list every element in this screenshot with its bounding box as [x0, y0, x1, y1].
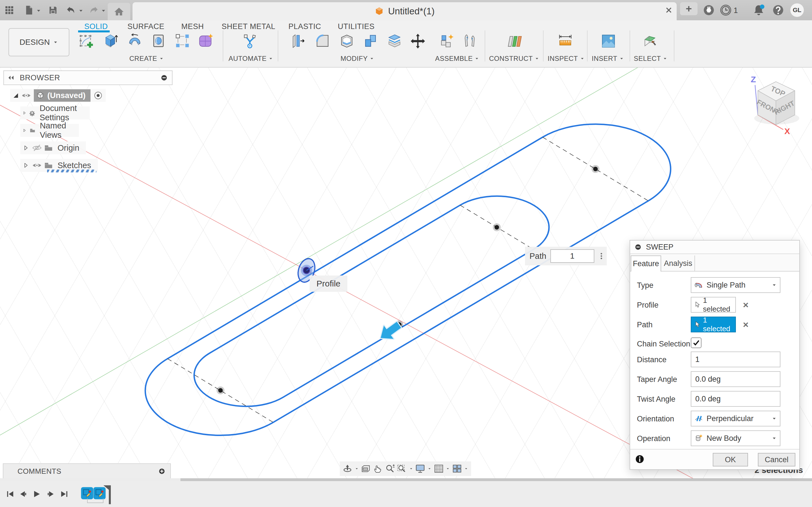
press-pull-icon[interactable] — [290, 33, 307, 50]
create-form-icon[interactable] — [198, 33, 215, 50]
insert-image-icon[interactable] — [600, 33, 617, 50]
profile-clear-button[interactable]: × — [740, 297, 751, 313]
dialog-minimize-icon[interactable] — [634, 243, 642, 251]
grid-settings-icon[interactable] — [434, 463, 444, 474]
cancel-button[interactable]: Cancel — [758, 453, 795, 466]
tab-utilities[interactable]: UTILITIES — [338, 21, 375, 32]
combine-icon[interactable] — [362, 33, 379, 50]
tab-feature[interactable]: Feature — [631, 256, 661, 272]
redo-icon[interactable] — [89, 5, 99, 16]
twist-angle-input[interactable] — [691, 391, 780, 407]
ok-button[interactable]: OK — [713, 453, 748, 466]
viewports-icon[interactable] — [452, 463, 462, 474]
extensions-icon[interactable] — [703, 4, 715, 16]
tab-analysis[interactable]: Analysis — [662, 256, 695, 272]
caret-down-icon[interactable] — [464, 466, 468, 471]
comments-bar[interactable]: COMMENTS — [3, 463, 171, 479]
browser-header[interactable]: BROWSER — [3, 70, 172, 85]
new-document-tab-button[interactable] — [680, 2, 698, 15]
visibility-eye-icon[interactable] — [21, 91, 31, 100]
window-zoom-icon[interactable] — [397, 463, 407, 474]
visibility-eye-icon[interactable] — [32, 161, 42, 170]
hole-icon[interactable] — [151, 33, 167, 50]
automate-icon[interactable] — [242, 33, 259, 50]
data-panel-home-button[interactable] — [108, 3, 130, 20]
tab-mesh[interactable]: MESH — [181, 21, 204, 32]
group-modify[interactable]: MODIFY — [341, 55, 374, 62]
timeline-marker[interactable] — [101, 484, 113, 504]
select-tool-icon[interactable] — [642, 33, 659, 50]
create-sketch-icon[interactable] — [79, 33, 95, 50]
caret-right-icon[interactable] — [22, 127, 27, 134]
shell-icon[interactable] — [338, 33, 355, 50]
tab-surface[interactable]: SURFACE — [128, 21, 164, 32]
caret-down-icon[interactable] — [446, 466, 450, 471]
fillet-icon[interactable] — [314, 33, 331, 50]
notifications-bell-icon[interactable] — [752, 4, 765, 17]
operation-dropdown[interactable]: New Body — [691, 431, 780, 446]
visibility-off-eye-icon[interactable] — [32, 143, 42, 153]
offset-face-icon[interactable] — [386, 33, 403, 50]
type-dropdown[interactable]: Single Path — [691, 277, 780, 293]
profile-select-button[interactable]: 1 selected — [691, 297, 736, 313]
file-caret-icon[interactable] — [36, 8, 42, 14]
timeline-skip-end-icon[interactable] — [60, 490, 69, 499]
group-select[interactable]: SELECT — [634, 55, 668, 62]
pattern-icon[interactable] — [174, 33, 191, 50]
document-tab[interactable]: Untitled*(1) — [133, 2, 677, 20]
root-component-chip[interactable]: (Unsaved) — [34, 89, 91, 102]
zoom-icon[interactable] — [385, 463, 395, 474]
chain-selection-checkbox[interactable] — [691, 337, 702, 348]
measure-icon[interactable] — [557, 33, 574, 50]
orbit-icon[interactable] — [343, 463, 352, 474]
redo-caret-icon[interactable] — [100, 8, 107, 14]
browser-row-origin[interactable]: Origin — [20, 142, 86, 154]
timeline-scrollbar[interactable] — [0, 478, 812, 481]
browser-row-named-views[interactable]: Named Views — [20, 124, 79, 137]
tab-plastic[interactable]: PLASTIC — [289, 21, 321, 32]
caret-down-icon[interactable] — [355, 466, 359, 471]
group-inspect[interactable]: INSPECT — [548, 55, 585, 62]
avatar[interactable]: GL — [790, 3, 804, 17]
close-document-icon[interactable] — [664, 6, 673, 15]
info-icon[interactable] — [635, 454, 645, 464]
timeline-scrollbar-thumb[interactable] — [181, 478, 812, 481]
timeline-skip-start-icon[interactable] — [6, 490, 15, 499]
help-icon[interactable] — [772, 4, 784, 16]
expanded-triangle-icon[interactable] — [12, 92, 20, 100]
collapse-panel-icon[interactable] — [7, 74, 15, 81]
look-at-icon[interactable] — [361, 463, 371, 474]
construct-plane-icon[interactable] — [506, 33, 523, 50]
caret-down-icon[interactable] — [427, 466, 432, 471]
timeline-sketch-feature-icon[interactable] — [81, 486, 94, 500]
path-count-input[interactable] — [550, 249, 594, 263]
group-assemble[interactable]: ASSEMBLE — [435, 55, 479, 62]
app-grid-icon[interactable] — [4, 5, 14, 15]
caret-right-icon[interactable] — [22, 162, 29, 169]
group-automate[interactable]: AUTOMATE — [229, 55, 273, 62]
move-copy-icon[interactable] — [409, 33, 426, 50]
extrude-icon[interactable] — [102, 33, 119, 50]
browser-row-document-settings[interactable]: Document Settings — [20, 107, 90, 119]
joint-icon[interactable] — [461, 33, 478, 50]
browser-row-root[interactable]: (Unsaved) — [10, 89, 106, 102]
panel-minimize-icon[interactable] — [160, 74, 168, 82]
viewcube[interactable]: TOP FRONT RIGHT Z X — [744, 73, 809, 138]
display-settings-icon[interactable] — [415, 463, 425, 474]
caret-right-icon[interactable] — [22, 109, 27, 117]
group-insert[interactable]: INSERT — [592, 55, 624, 62]
drag-handle-icon[interactable] — [597, 250, 606, 262]
timeline-play-icon[interactable] — [32, 490, 41, 499]
save-icon[interactable] — [48, 5, 58, 15]
revolve-icon[interactable] — [126, 33, 143, 50]
add-comment-icon[interactable] — [158, 467, 166, 475]
caret-down-icon[interactable] — [409, 466, 413, 471]
tab-sheet-metal[interactable]: SHEET METAL — [221, 21, 275, 32]
job-status-icon[interactable] — [719, 4, 732, 16]
path-clear-button[interactable]: × — [740, 317, 751, 332]
workspace-selector[interactable]: DESIGN — [8, 28, 69, 56]
group-construct[interactable]: CONSTRUCT — [489, 55, 539, 62]
group-create[interactable]: CREATE — [130, 55, 164, 62]
path-select-button[interactable]: 1 selected — [691, 317, 736, 332]
distance-input[interactable] — [691, 351, 780, 367]
